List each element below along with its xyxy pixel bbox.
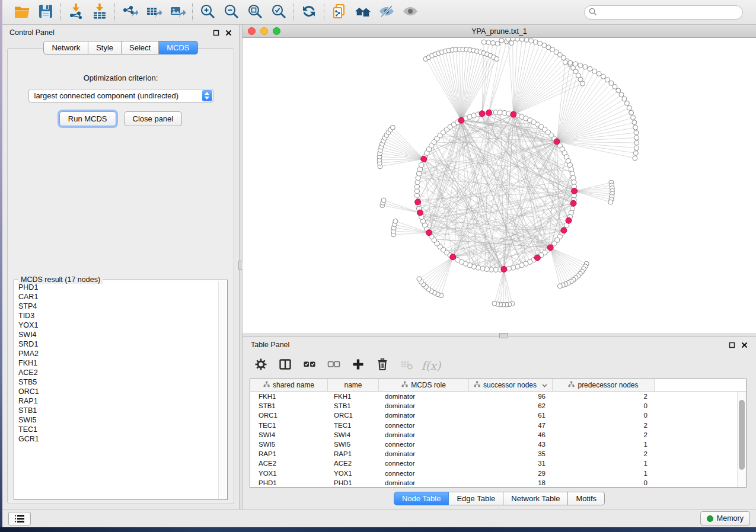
graph-mcds-node[interactable] <box>566 217 572 223</box>
graph-leaf-node[interactable] <box>529 39 534 43</box>
tab-mcds[interactable]: MCDS <box>159 41 197 55</box>
graph-leaf-node[interactable] <box>533 40 538 44</box>
save-session-button[interactable] <box>35 3 56 22</box>
graph-leaf-node[interactable] <box>633 156 637 161</box>
tab-select[interactable]: Select <box>122 41 159 55</box>
result-list-scrollbar[interactable] <box>218 281 227 499</box>
graph-leaf-node[interactable] <box>568 60 573 65</box>
graph-leaf-node[interactable] <box>506 38 511 41</box>
table-row[interactable]: TEC1TEC1connector472 <box>250 421 746 430</box>
graph-node[interactable] <box>455 257 460 262</box>
column-header-MCDS-role[interactable]: MCDS role <box>379 379 469 391</box>
network-graph[interactable] <box>243 38 756 334</box>
column-header-predecessor-nodes[interactable]: predecessor nodes <box>553 379 655 391</box>
result-list-item[interactable]: STP4 <box>18 302 218 311</box>
graph-mcds-node[interactable] <box>570 200 576 206</box>
horizontal-splitter[interactable] <box>243 334 756 337</box>
graph-leaf-node[interactable] <box>486 40 491 45</box>
graph-mcds-node[interactable] <box>426 230 432 236</box>
close-panel-icon[interactable] <box>225 29 232 36</box>
zoom-out-button[interactable] <box>221 3 242 22</box>
result-list-item[interactable]: RAP1 <box>18 396 218 406</box>
table-row[interactable]: FKH1FKH1dominator962 <box>250 392 746 401</box>
graph-mcds-node[interactable] <box>479 111 485 117</box>
graph-leaf-node[interactable] <box>481 40 486 44</box>
graph-mcds-node[interactable] <box>561 227 567 233</box>
graph-mcds-node[interactable] <box>534 255 540 261</box>
split-columns-button[interactable] <box>277 358 293 373</box>
tab-network-table[interactable]: Network Table <box>503 492 568 505</box>
graph-mcds-node[interactable] <box>547 245 553 251</box>
result-list-item[interactable]: YOX1 <box>18 321 218 330</box>
graph-leaf-node[interactable] <box>616 88 621 93</box>
graph-leaf-node[interactable] <box>557 284 562 289</box>
maximize-window-icon[interactable] <box>273 27 280 35</box>
result-list-item[interactable]: SRD1 <box>18 339 218 349</box>
duplicate-network-button[interactable] <box>328 3 350 22</box>
tab-motifs[interactable]: Motifs <box>568 492 605 505</box>
graph-leaf-node[interactable] <box>631 115 636 120</box>
deselect-all-button[interactable] <box>326 358 342 373</box>
graph-leaf-node[interactable] <box>417 277 422 281</box>
graph-leaf-node[interactable] <box>609 81 614 85</box>
graph-leaf-node[interactable] <box>629 110 634 115</box>
graph-node[interactable] <box>419 162 424 167</box>
graph-leaf-node[interactable] <box>491 40 496 45</box>
table-row[interactable]: SWI4SWI4dominator462 <box>250 430 746 440</box>
column-header-successor-nodes[interactable]: successor nodes <box>469 379 553 391</box>
graph-leaf-node[interactable] <box>393 219 398 223</box>
search-input[interactable] <box>584 5 743 20</box>
graph-leaf-node[interactable] <box>495 56 499 61</box>
graph-leaf-node[interactable] <box>596 72 601 76</box>
task-history-button[interactable] <box>8 512 31 525</box>
result-list-item[interactable]: STB1 <box>18 406 218 415</box>
result-list-item[interactable]: TID3 <box>18 311 218 321</box>
zoom-selected-button[interactable] <box>268 3 289 22</box>
export-network-button[interactable] <box>119 3 141 22</box>
result-list-item[interactable]: PHD1 <box>18 283 218 292</box>
hide-selected-button[interactable] <box>376 3 397 22</box>
tab-node-table[interactable]: Node Table <box>394 492 449 505</box>
result-list-item[interactable]: STB5 <box>18 377 218 387</box>
result-list-item[interactable]: CAR1 <box>18 292 218 302</box>
graph-mcds-node[interactable] <box>501 266 507 272</box>
graph-leaf-node[interactable] <box>634 130 639 135</box>
memory-button[interactable]: Memory <box>700 511 750 525</box>
graph-leaf-node[interactable] <box>613 84 617 89</box>
graph-leaf-node[interactable] <box>573 62 578 66</box>
graph-leaf-node[interactable] <box>633 125 638 130</box>
select-all-button[interactable] <box>302 358 317 373</box>
graph-mcds-node[interactable] <box>554 139 560 145</box>
mcds-result-list[interactable]: PHD1CAR1STP4TID3YOX1SWI4SRD1PMA2FKH1ACE2… <box>14 280 227 499</box>
zoom-in-button[interactable] <box>197 3 218 22</box>
graph-leaf-node[interactable] <box>563 60 567 65</box>
close-panel-button[interactable]: Close panel <box>124 111 183 126</box>
graph-leaf-node[interactable] <box>624 101 629 105</box>
graph-leaf-node[interactable] <box>588 66 592 71</box>
show-all-button[interactable] <box>400 3 421 22</box>
table-row[interactable]: ACE2ACE2connector311 <box>250 459 746 468</box>
close-window-icon[interactable] <box>248 27 256 35</box>
graph-leaf-node[interactable] <box>634 140 639 145</box>
network-canvas[interactable] <box>243 38 756 334</box>
graph-leaf-node[interactable] <box>381 198 386 203</box>
table-row[interactable]: STB1STB1dominator620 <box>250 401 746 411</box>
graph-mcds-node[interactable] <box>450 254 456 260</box>
graph-leaf-node[interactable] <box>634 146 639 150</box>
settings-gear-button[interactable] <box>253 358 269 373</box>
result-list-item[interactable]: FKH1 <box>18 358 218 368</box>
result-list-item[interactable]: SWI5 <box>18 415 218 425</box>
graph-mcds-node[interactable] <box>572 188 578 194</box>
tab-edge-table[interactable]: Edge Table <box>449 492 503 505</box>
tab-style[interactable]: Style <box>88 41 122 55</box>
float-panel-icon[interactable] <box>728 341 735 348</box>
result-list-item[interactable]: ORC1 <box>18 387 218 396</box>
graph-mcds-node[interactable] <box>421 156 427 162</box>
scrollbar-thumb[interactable] <box>739 400 745 470</box>
graph-leaf-node[interactable] <box>627 105 631 110</box>
graph-leaf-node[interactable] <box>622 97 627 101</box>
result-list-item[interactable]: GCR1 <box>18 434 218 444</box>
delete-column-button[interactable] <box>375 358 390 373</box>
minimize-window-icon[interactable] <box>260 27 268 35</box>
first-neighbors-button[interactable] <box>352 3 374 22</box>
